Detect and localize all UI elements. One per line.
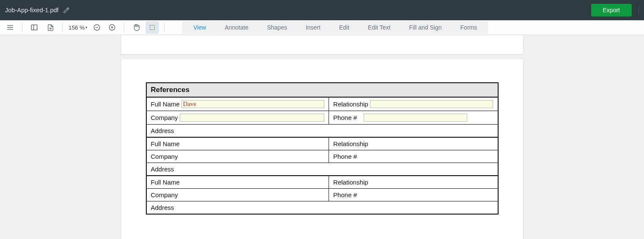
section-header: References: [147, 83, 498, 98]
label-address: Address: [151, 127, 174, 134]
separator: [164, 23, 164, 32]
tab-insert[interactable]: Insert: [296, 21, 330, 34]
tab-edit[interactable]: Edit: [330, 21, 359, 34]
hand-tool-icon[interactable]: [129, 21, 143, 34]
tab-view[interactable]: View: [184, 21, 215, 34]
phone-field[interactable]: [364, 114, 467, 122]
label-relationship: Relationship: [333, 140, 368, 147]
chevron-down-icon: ▾: [85, 25, 88, 30]
label-company: Company: [151, 114, 178, 121]
svg-point-5: [49, 27, 51, 29]
references-table: References Full Name Dave Relationship C…: [146, 82, 499, 215]
pdf-page: References Full Name Dave Relationship C…: [121, 59, 523, 239]
tab-annotate[interactable]: Annotate: [215, 21, 258, 34]
label-company: Company: [151, 153, 178, 160]
full-name-field[interactable]: Dave: [181, 100, 324, 108]
separator: [22, 23, 22, 32]
title-bar: Job-App-fixed-1.pdf Export: [0, 0, 644, 20]
page-icon[interactable]: [44, 21, 57, 34]
svg-rect-11: [150, 25, 155, 30]
relationship-field[interactable]: [370, 100, 493, 108]
zoom-level[interactable]: 156 % ▾: [68, 24, 88, 31]
workspace[interactable]: References Full Name Dave Relationship C…: [0, 35, 644, 239]
label-address: Address: [151, 166, 174, 173]
tab-edit-text[interactable]: Edit Text: [359, 21, 400, 34]
export-button[interactable]: Export: [591, 4, 632, 16]
label-phone: Phone #: [333, 153, 357, 160]
tab-shapes[interactable]: Shapes: [258, 21, 296, 34]
pencil-icon[interactable]: [63, 7, 70, 14]
label-full-name: Full Name: [151, 100, 180, 108]
zoom-out-icon[interactable]: [90, 21, 104, 34]
tab-forms[interactable]: Forms: [451, 21, 487, 34]
sidebar-toggle-icon[interactable]: [27, 21, 41, 34]
label-full-name: Full Name: [151, 179, 180, 186]
toolbar: 156 % ▾ View Annotate Shapes Insert Edit…: [0, 20, 644, 35]
label-relationship: Relationship: [333, 100, 368, 108]
tool-tabs: View Annotate Shapes Insert Edit Edit Te…: [182, 21, 488, 34]
select-tool-icon[interactable]: [145, 21, 159, 34]
separator: [62, 23, 63, 32]
label-company: Company: [151, 191, 178, 198]
company-field[interactable]: [180, 114, 324, 122]
divider: [639, 5, 639, 15]
menu-icon[interactable]: [3, 21, 17, 34]
zoom-control: 156 % ▾: [68, 21, 119, 34]
zoom-in-icon[interactable]: [105, 21, 119, 34]
file-name: Job-App-fixed-1.pdf: [5, 7, 59, 14]
tab-fill-sign[interactable]: Fill and Sign: [400, 21, 451, 34]
label-relationship: Relationship: [333, 179, 368, 186]
zoom-value: 156 %: [69, 24, 85, 31]
separator: [124, 23, 124, 32]
pdf-page-previous: [121, 35, 523, 54]
svg-rect-3: [31, 25, 37, 30]
label-full-name: Full Name: [151, 140, 180, 147]
label-phone: Phone #: [333, 114, 357, 121]
label-address: Address: [151, 204, 174, 211]
label-phone: Phone #: [333, 191, 357, 198]
